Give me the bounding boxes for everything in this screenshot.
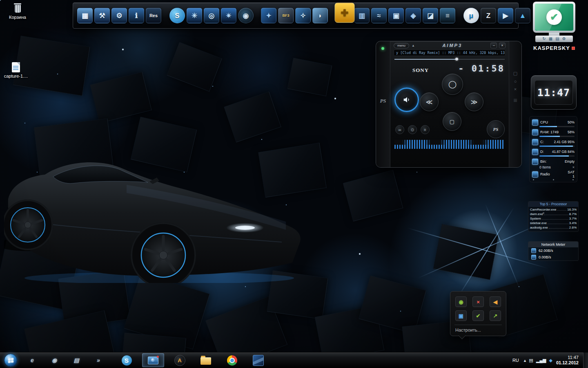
playlist-button[interactable]: ≡ xyxy=(421,125,430,134)
download-value: 62.00B/s xyxy=(539,249,553,253)
audio-icon[interactable]: ◀ xyxy=(490,296,501,307)
aimp-dock-icon[interactable]: ▲ xyxy=(515,8,530,23)
power-led xyxy=(381,47,384,50)
stats-icon[interactable]: ▦ xyxy=(549,37,552,41)
steam-icon[interactable]: ◉ xyxy=(238,8,254,23)
nvidia-icon[interactable]: ◉ xyxy=(455,296,467,307)
system-monitor-widget: CPU 50% RAM: 1749 58% C: 2.41 GB 95% D: … xyxy=(529,116,577,182)
tray-display-icon[interactable]: ▤ xyxy=(529,358,533,363)
taskbar-clock[interactable]: 11:47 01.12.2012 xyxy=(556,355,579,366)
process-value: 3.7% xyxy=(569,217,577,220)
film-reel-icon[interactable]: ◈ xyxy=(405,8,421,23)
player-titlebar: menu ▲ AIMP3 – × xyxy=(394,41,506,49)
empty-bin-button[interactable]: × xyxy=(572,165,575,169)
game-tile-icon[interactable]: ✦ xyxy=(261,8,276,23)
kaspersky-monitor[interactable]: ✔ xyxy=(533,2,575,33)
stop-button[interactable]: ▢ xyxy=(443,112,461,131)
rewind-button[interactable]: ≪ xyxy=(420,92,439,111)
disk-d-bar xyxy=(539,155,569,157)
disk-d-label: D: xyxy=(540,150,544,154)
recycle-chip-icon xyxy=(532,159,538,165)
explorer-folder-button[interactable] xyxy=(195,354,216,367)
space-app-icon[interactable]: ✴ xyxy=(221,8,236,23)
playstation-logo: PS xyxy=(376,98,390,104)
sliders-icon[interactable]: ≡ xyxy=(440,8,455,23)
update-ok-icon[interactable]: ✔ xyxy=(472,310,484,321)
show-desktop-button[interactable] xyxy=(583,352,588,368)
report-icon[interactable]: ▤ xyxy=(555,37,559,41)
game-crysis-icon[interactable]: ✧ xyxy=(295,8,311,23)
tray-network-icon[interactable]: ▂▄▆ xyxy=(536,358,546,363)
zona-icon[interactable]: Z xyxy=(481,8,496,23)
eject-icon[interactable]: ▲ xyxy=(412,44,415,47)
record-button[interactable]: ◯ xyxy=(442,74,463,95)
minimize-button[interactable]: – xyxy=(490,43,497,48)
aimp-icon: A xyxy=(174,355,185,366)
camrecorder-taskbar-button[interactable] xyxy=(142,353,164,367)
close-button[interactable]: × xyxy=(499,43,506,48)
process-name: sidebar.exe xyxy=(530,221,547,225)
shape-square-icon: ▢ xyxy=(513,71,517,76)
dreamscene-icon[interactable]: ✳ xyxy=(187,8,202,23)
bank-app-icon[interactable]: ▥ xyxy=(354,8,370,23)
overflow-chevron-icon[interactable]: » xyxy=(92,354,105,366)
process-name: dwm.exe xyxy=(530,212,543,216)
process-value: 2.6% xyxy=(569,226,577,229)
repeat-button[interactable]: ∞ xyxy=(395,125,404,134)
photo-editor-button[interactable] xyxy=(247,354,269,367)
divider xyxy=(454,325,502,325)
settings-icon[interactable]: ⚙ xyxy=(562,37,566,41)
cinema-app-icon[interactable]: ▣ xyxy=(388,8,404,23)
explorer-icon[interactable]: e xyxy=(26,354,38,366)
time-display: - 01:58 xyxy=(458,63,505,74)
clock-widget[interactable]: 11:47 xyxy=(531,75,577,110)
display-icon[interactable]: ▣ xyxy=(455,310,467,321)
skype-taskbar-button[interactable]: S xyxy=(116,354,137,367)
plugin-icon[interactable]: ✚ xyxy=(334,2,354,22)
forward-button[interactable]: ≫ xyxy=(465,92,483,111)
application-dock: ▦ ⚒ ⚙ ℹ Res S ✳ ◎ ✴ ◉ xyxy=(73,2,519,29)
resource-editor-icon[interactable]: Res xyxy=(146,8,161,23)
spectrum-visualizer xyxy=(394,140,505,149)
ps-button[interactable]: PS xyxy=(487,120,505,138)
start-button[interactable] xyxy=(4,354,17,367)
seek-knob[interactable] xyxy=(455,58,458,61)
recycle-bin[interactable]: Корзина xyxy=(2,3,33,20)
wrench-icon[interactable]: ⚙ xyxy=(111,8,127,23)
error-icon[interactable]: × xyxy=(472,296,484,307)
power-button[interactable]: ⊙ xyxy=(408,125,417,134)
volume-button[interactable] xyxy=(394,88,419,112)
share-icon[interactable]: ↗ xyxy=(490,310,501,321)
archive-icon[interactable]: ▤ xyxy=(70,354,82,366)
tools-icon[interactable]: ⚒ xyxy=(94,8,110,23)
wave-app-icon[interactable]: ≈ xyxy=(371,8,387,23)
game-battlefield-icon[interactable]: BF3 xyxy=(278,8,294,23)
upload-value: 0.00B/s xyxy=(539,255,551,259)
taskbar-date: 01.12.2012 xyxy=(556,360,579,366)
clock-time: 11:47 xyxy=(537,87,570,99)
aimp-taskbar-button[interactable]: A xyxy=(169,354,190,367)
display-settings-icon[interactable]: ▦ xyxy=(77,8,93,23)
camera-icon xyxy=(148,357,158,364)
tray-chevron-icon[interactable]: ▴ xyxy=(524,358,526,363)
photo-editor-icon xyxy=(253,355,264,366)
tray-security-icon[interactable]: ◆ xyxy=(549,358,552,363)
chrome-taskbar-button[interactable] xyxy=(221,354,243,367)
capture-file[interactable]: capture-1.... xyxy=(0,62,32,79)
seek-bar[interactable] xyxy=(394,57,505,61)
cpu-icon xyxy=(532,119,538,126)
process-name: CamRecorder.exe xyxy=(530,208,556,211)
game-racing-icon[interactable]: ◗ xyxy=(312,8,328,23)
skype-icon[interactable]: S xyxy=(169,8,185,23)
player-menu-button[interactable]: menu xyxy=(394,43,409,48)
track-info: y [Clud di Ray Remix] :: MP3 :: 44 kHz, … xyxy=(394,49,506,56)
language-indicator[interactable]: RU xyxy=(511,358,520,363)
disk-c-icon xyxy=(532,139,538,145)
refresh-icon[interactable]: ↻ xyxy=(542,37,546,41)
clapper-icon[interactable]: ◪ xyxy=(423,8,438,23)
videomach-icon[interactable]: ▶ xyxy=(498,8,513,23)
system-info-icon[interactable]: ℹ xyxy=(129,8,144,23)
search-app-icon[interactable]: ◎ xyxy=(204,8,219,23)
media-app-icon[interactable]: ◉ xyxy=(48,354,60,366)
utorrent-icon[interactable]: μ xyxy=(463,8,479,23)
